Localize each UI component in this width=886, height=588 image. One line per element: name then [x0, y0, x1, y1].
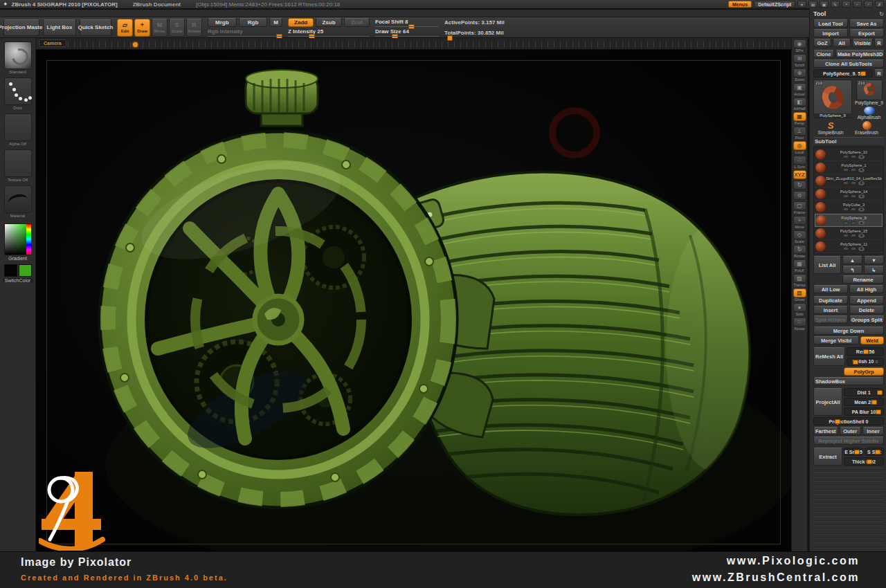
- clone-button[interactable]: Clone: [813, 50, 834, 58]
- displacement-toggle[interactable]: [851, 181, 856, 185]
- right-strip-item[interactable]: ▦ PolyF: [792, 259, 807, 273]
- right-strip-icon[interactable]: ▢: [793, 201, 806, 210]
- menus-button[interactable]: Menus: [728, 1, 752, 8]
- right-strip-item[interactable]: ⊕ Zoom: [792, 68, 807, 82]
- import-button[interactable]: Import: [813, 29, 848, 37]
- erase-brush-icon[interactable]: [862, 121, 871, 130]
- displacement-toggle[interactable]: [851, 208, 856, 211]
- right-strip-item[interactable]: ▧ Ghost: [792, 288, 807, 302]
- right-strip-icon[interactable]: ⊕: [793, 68, 806, 77]
- subtool-row[interactable]: PolySphere_9: [815, 214, 883, 227]
- right-strip-icon[interactable]: ⊥: [793, 127, 806, 136]
- reproject-higher-subdiv-button[interactable]: Reproject Higher Subdiv: [813, 437, 884, 445]
- right-strip-icon[interactable]: ▨: [793, 274, 806, 283]
- pixologic-url[interactable]: www.Pixologic.com: [727, 555, 860, 567]
- document-area[interactable]: [36, 50, 791, 551]
- scale-mode-button[interactable]: S Scale: [169, 19, 185, 37]
- right-strip-item[interactable]: ▣ Actual: [792, 83, 807, 96]
- thick-slider[interactable]: Thick 0.02: [844, 457, 884, 466]
- draw-mode-button[interactable]: + Draw: [134, 19, 150, 37]
- alpha-brush-icon[interactable]: [864, 107, 875, 115]
- rename-button[interactable]: Rename: [842, 275, 884, 284]
- secondary-color-swatch[interactable]: [19, 264, 32, 277]
- current-brush-thumbnail[interactable]: [4, 42, 32, 69]
- subtool-row[interactable]: PolySphere_14: [815, 187, 883, 201]
- slider-handle[interactable]: [877, 390, 883, 395]
- slider-handle[interactable]: [867, 459, 872, 464]
- active-tool-thumbnail[interactable]: 210 PolySphere_9: [813, 80, 852, 118]
- color-picker[interactable]: [4, 223, 32, 255]
- right-strip-item[interactable]: ▨ Transp: [792, 274, 807, 287]
- right-strip-item[interactable]: ⊙: [792, 191, 807, 200]
- focal-shift-slider[interactable]: Focal Shift 8: [375, 19, 439, 27]
- slider-handle[interactable]: [860, 71, 866, 76]
- z-intensity-slider[interactable]: Z Intensity 25: [288, 28, 370, 37]
- export-button[interactable]: Export: [849, 29, 884, 37]
- projectall-button[interactable]: ProjectAll: [813, 388, 842, 416]
- m-button[interactable]: M: [269, 18, 282, 27]
- timeline-ruler[interactable]: [68, 42, 788, 48]
- goz-button[interactable]: GoZ: [813, 39, 831, 47]
- window-control-icon[interactable]: ▣: [820, 1, 829, 8]
- farthest-button[interactable]: Farthest: [813, 427, 838, 435]
- right-strip-icon[interactable]: ▧: [793, 288, 806, 297]
- subtool-row[interactable]: PolySphere_1: [815, 161, 883, 174]
- move-mode-button[interactable]: M Move: [152, 19, 168, 37]
- main-color-swatch[interactable]: [4, 264, 17, 277]
- slider-handle[interactable]: [863, 349, 869, 354]
- zsub-button[interactable]: Zsub: [316, 18, 341, 27]
- subtool-down-button[interactable]: ▼: [864, 256, 884, 264]
- all-high-button[interactable]: All High: [849, 285, 884, 293]
- displacement-toggle[interactable]: [851, 221, 856, 225]
- right-strip-item[interactable]: ∴ L.Sym: [792, 156, 807, 169]
- right-strip-item[interactable]: ◉ SPix: [792, 39, 807, 53]
- default-zscript-button[interactable]: DefaultZScript: [754, 1, 795, 8]
- window-control-icon[interactable]: ✎: [831, 1, 840, 8]
- delete-button[interactable]: Delete: [849, 306, 884, 314]
- zbrushcentral-url[interactable]: www.ZBrushCentral.com: [692, 571, 860, 584]
- dist-slider[interactable]: Dist 1: [844, 388, 884, 396]
- mrgb-button[interactable]: Mrgb: [208, 18, 237, 27]
- list-all-button[interactable]: List All: [813, 256, 841, 274]
- merge-visible-button[interactable]: Merge Visibl: [813, 336, 859, 344]
- right-strip-item[interactable]: ◧ AAHalf: [792, 98, 807, 111]
- groups-split-button[interactable]: Groups Split: [849, 315, 885, 324]
- tool-preview-thumbnail[interactable]: 210: [856, 80, 883, 100]
- subtool-move-down-button[interactable]: ↳: [864, 266, 884, 274]
- subtool-row[interactable]: Skin_ZLogo810_04_LowResSk: [815, 174, 883, 187]
- polypaint-toggle[interactable]: [843, 208, 849, 211]
- right-strip-item[interactable]: XYZ: [792, 170, 807, 179]
- light-box-button[interactable]: Light Box: [43, 19, 76, 36]
- goz-r-button[interactable]: R: [874, 39, 884, 47]
- right-strip-item[interactable]: ◎ Local: [792, 141, 807, 154]
- slider-handle[interactable]: [854, 450, 860, 454]
- timeline-playhead-marker[interactable]: [447, 35, 453, 41]
- all-low-button[interactable]: All Low: [813, 285, 848, 293]
- camera-track-tab[interactable]: Camera: [39, 39, 66, 47]
- tool-r-button[interactable]: R: [874, 69, 884, 77]
- extract-button[interactable]: Extract: [813, 448, 842, 466]
- draw-size-slider[interactable]: Draw Size 64: [375, 28, 439, 37]
- timeline-keyframe-dot[interactable]: [133, 42, 138, 47]
- subtool-row[interactable]: PolySphere_15: [815, 227, 883, 240]
- polish-slider[interactable]: Polish 10 ○: [847, 358, 884, 367]
- mean-slider[interactable]: Mean 25: [844, 398, 884, 406]
- right-strip-icon[interactable]: ∴: [793, 156, 806, 165]
- make-polymesh3d-button[interactable]: Make PolyMesh3D: [835, 50, 885, 58]
- subtool-section-header[interactable]: SubTool: [813, 137, 884, 146]
- right-strip-icon[interactable]: XYZ: [793, 170, 806, 179]
- viewport-canvas[interactable]: Camera 00:02|16:1: [36, 38, 791, 551]
- split-hidden-button[interactable]: Split Hidden: [813, 315, 848, 324]
- slider-handle[interactable]: [853, 360, 858, 365]
- clone-all-subtools-button[interactable]: Clone All SubTools: [813, 59, 884, 68]
- rgb-button[interactable]: Rgb: [239, 18, 268, 27]
- polypaint-toggle[interactable]: [843, 234, 849, 237]
- visibility-eye-icon[interactable]: [858, 168, 865, 172]
- right-strip-item[interactable]: ● Solo: [792, 303, 807, 316]
- subtool-move-up-button[interactable]: ↰: [842, 266, 862, 274]
- res-slider[interactable]: Res 256: [847, 347, 884, 356]
- window-control-icon[interactable]: ✗: [875, 1, 884, 8]
- polypaint-toggle[interactable]: [843, 168, 849, 172]
- s-smt-slider[interactable]: S Smt: [865, 448, 884, 456]
- inner-button[interactable]: Inner: [862, 427, 884, 435]
